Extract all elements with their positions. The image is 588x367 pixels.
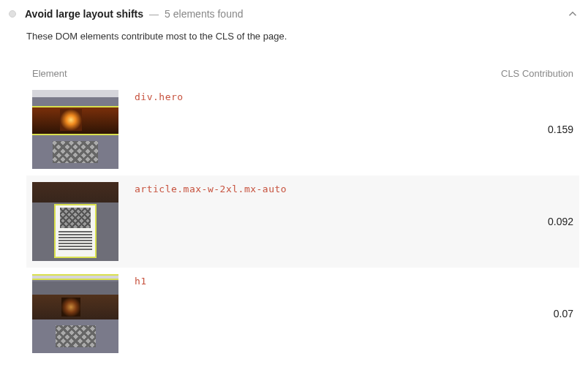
cls-value: 0.07 — [529, 308, 573, 319]
audit-header[interactable]: Avoid large layout shifts — 5 elements f… — [9, 4, 579, 28]
element-selector: h1 — [135, 274, 529, 287]
audit-description: These DOM elements contribute most to th… — [9, 28, 579, 64]
audit-count: 5 elements found — [165, 8, 243, 20]
table-row[interactable]: div.hero 0.159 — [26, 83, 579, 175]
audit-title: Avoid large layout shifts — [25, 8, 143, 20]
thumbnail-icon — [32, 182, 118, 261]
collapse-icon[interactable] — [566, 7, 579, 20]
column-element: Element — [32, 68, 67, 79]
cls-value: 0.092 — [529, 216, 573, 227]
element-selector: div.hero — [135, 90, 529, 102]
table-row[interactable]: article.max-w-2xl.mx-auto 0.092 — [26, 175, 579, 268]
cls-table: Element CLS Contribution div.hero 0.159 — [9, 64, 579, 360]
element-selector: article.max-w-2xl.mx-auto — [135, 182, 529, 194]
thumbnail-icon — [32, 274, 118, 353]
thumbnail-icon — [32, 90, 118, 169]
table-row[interactable]: h1 0.07 — [26, 268, 579, 360]
cls-value: 0.159 — [529, 124, 573, 135]
separator: — — [149, 9, 159, 20]
status-dot-icon — [9, 10, 16, 18]
table-header: Element CLS Contribution — [26, 64, 579, 83]
column-cls: CLS Contribution — [501, 68, 573, 79]
